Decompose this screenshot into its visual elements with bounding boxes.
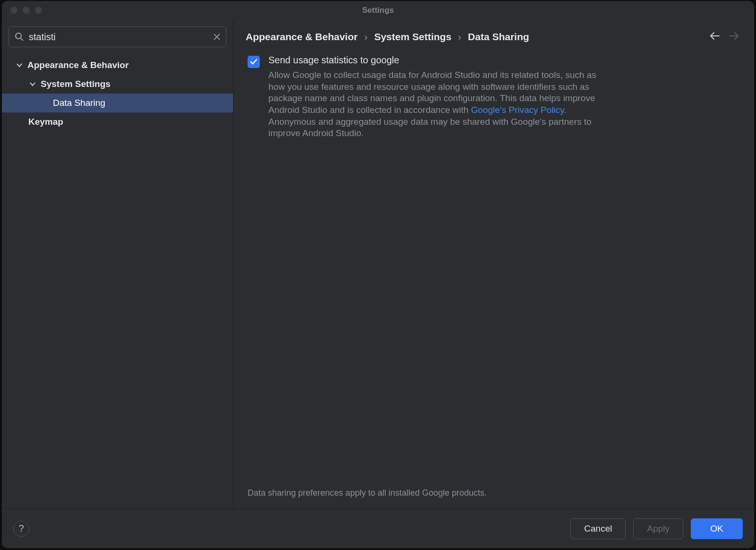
titlebar: Settings (2, 1, 754, 20)
tree-label: System Settings (41, 79, 111, 89)
button-label: OK (710, 524, 723, 534)
window-body: Appearance & Behavior System Settings Da… (2, 20, 754, 508)
breadcrumb-separator: › (364, 31, 368, 43)
tree-item-data-sharing[interactable]: Data Sharing (2, 94, 233, 112)
cancel-button[interactable]: Cancel (570, 518, 626, 539)
button-label: Cancel (584, 524, 612, 534)
breadcrumb-item[interactable]: Data Sharing (468, 31, 529, 43)
content-area: Send usage statistics to google Allow Go… (233, 51, 754, 488)
close-window-button[interactable] (10, 7, 17, 14)
tree-item-keymap[interactable]: Keymap (2, 112, 233, 131)
tree-label: Appearance & Behavior (27, 60, 129, 70)
breadcrumb-item[interactable]: Appearance & Behavior (246, 31, 358, 43)
button-label: Apply (647, 524, 670, 534)
footnote: Data sharing preferences apply to all in… (246, 488, 754, 508)
minimize-window-button[interactable] (23, 7, 30, 14)
tree-item-appearance-behavior[interactable]: Appearance & Behavior (2, 56, 233, 75)
back-arrow-icon[interactable] (710, 32, 720, 42)
settings-window: Settings Appe (2, 1, 754, 548)
settings-tree: Appearance & Behavior System Settings Da… (2, 54, 233, 131)
main-panel: Appearance & Behavior › System Settings … (233, 20, 754, 508)
help-icon: ? (18, 523, 24, 534)
main-header: Appearance & Behavior › System Settings … (233, 20, 754, 51)
tree-label: Keymap (28, 117, 63, 127)
tree-item-system-settings[interactable]: System Settings (2, 75, 233, 94)
search-field-container[interactable] (9, 26, 226, 47)
ok-button[interactable]: OK (691, 518, 743, 539)
setting-description: Allow Google to collect usage data for A… (268, 69, 599, 139)
svg-line-1 (21, 38, 23, 41)
search-input[interactable] (29, 32, 209, 43)
setting-row: Send usage statistics to google Allow Go… (248, 55, 740, 139)
breadcrumb-item[interactable]: System Settings (374, 31, 451, 43)
setting-label: Send usage statistics to google (268, 55, 599, 66)
sidebar: Appearance & Behavior System Settings Da… (2, 20, 233, 508)
breadcrumb: Appearance & Behavior › System Settings … (246, 31, 703, 43)
chevron-down-icon (15, 62, 24, 68)
clear-search-icon[interactable] (214, 34, 220, 40)
send-statistics-checkbox[interactable] (248, 56, 260, 68)
forward-arrow-icon (729, 32, 739, 42)
help-button[interactable]: ? (13, 521, 29, 537)
privacy-policy-link[interactable]: Google's Privacy Policy (471, 105, 564, 115)
check-icon (250, 58, 258, 66)
dialog-footer: ? Cancel Apply OK (2, 508, 754, 548)
nav-arrows (710, 32, 742, 42)
chevron-down-icon (28, 81, 37, 87)
apply-button: Apply (633, 518, 683, 539)
maximize-window-button[interactable] (35, 7, 42, 14)
breadcrumb-separator: › (458, 31, 461, 43)
window-controls (10, 7, 42, 14)
search-icon (15, 32, 24, 42)
tree-label: Data Sharing (53, 98, 105, 108)
window-title: Settings (362, 6, 394, 15)
